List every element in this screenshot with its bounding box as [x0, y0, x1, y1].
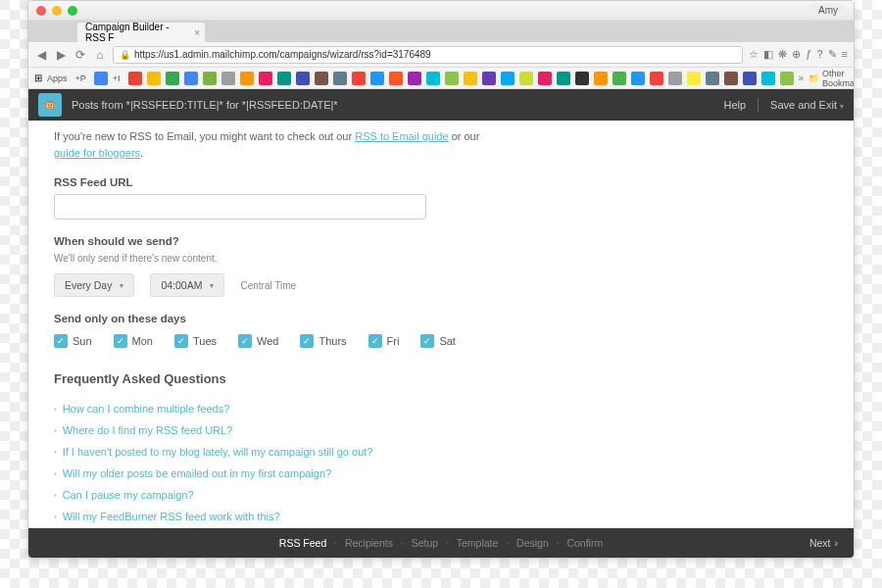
bookmark-icon[interactable]: [315, 72, 328, 85]
bookmark-icon[interactable]: [296, 72, 310, 85]
apps-label[interactable]: Apps: [47, 74, 68, 83]
extension-icon[interactable]: ◧: [763, 48, 773, 61]
mailchimp-logo[interactable]: 🐵: [38, 93, 62, 117]
save-exit-button[interactable]: Save and Exit ▾: [770, 99, 844, 111]
apps-icon[interactable]: ⊞: [34, 73, 42, 83]
bookmark-icon[interactable]: [780, 72, 794, 85]
bookmark-icon[interactable]: [259, 72, 272, 85]
bookmark-icon[interactable]: [501, 72, 514, 85]
other-bookmarks[interactable]: 📁 Other Bookmarks: [808, 69, 854, 88]
back-button[interactable]: ◀: [34, 48, 48, 62]
day-checkbox-thurs[interactable]: ✓Thurs: [300, 334, 346, 348]
tab-bar: Campaign Builder - RSS F ×: [28, 21, 854, 42]
faq-item[interactable]: ›If I haven't posted to my blog lately, …: [54, 441, 828, 463]
bookmark-icon[interactable]: [128, 72, 142, 85]
bookmark-icon[interactable]: [221, 72, 235, 85]
bookmark-icon[interactable]: [203, 72, 217, 85]
user-badge[interactable]: Amy: [810, 4, 846, 17]
reload-button[interactable]: ⟳: [74, 48, 87, 62]
bookmarks-overflow-icon[interactable]: »: [799, 73, 805, 83]
wizard-step-setup[interactable]: Setup: [412, 537, 438, 549]
bookmark-icon[interactable]: [408, 72, 421, 85]
bookmark-icon[interactable]: [277, 72, 291, 85]
campaign-title: Posts from *|RSSFEED:TITLE|* for *|RSSFE…: [72, 99, 338, 111]
next-button[interactable]: Next ›: [809, 537, 838, 549]
day-checkbox-fri[interactable]: ✓Fri: [368, 334, 400, 348]
bookmark-icon[interactable]: [724, 72, 738, 85]
bookmark-icon[interactable]: [706, 72, 719, 85]
extension-icon-2[interactable]: ⊕: [792, 48, 801, 61]
faq-item[interactable]: ›Will my FeedBurner RSS feed work with t…: [54, 506, 828, 527]
bookmark-icon[interactable]: [519, 72, 533, 85]
bookmark-icon[interactable]: [557, 72, 570, 85]
bookmark-icon[interactable]: [445, 72, 459, 85]
wizard-step-confirm[interactable]: Confirm: [566, 537, 603, 549]
checkbox-icon: ✓: [420, 334, 434, 348]
when-send-label: When should we send?: [54, 235, 828, 247]
day-checkbox-sat[interactable]: ✓Sat: [420, 334, 456, 348]
evernote-icon[interactable]: ❋: [778, 48, 787, 61]
bookmark-icon[interactable]: [687, 72, 701, 85]
bookmark-icon[interactable]: [761, 72, 775, 85]
browser-window: Amy Campaign Builder - RSS F × ◀ ▶ ⟳ ⌂ 🔒…: [27, 0, 855, 559]
rss-url-input[interactable]: [54, 194, 426, 220]
help-link[interactable]: Help: [723, 99, 746, 111]
faq-item[interactable]: ›How can I combine multiple feeds?: [54, 398, 828, 419]
maximize-window-button[interactable]: [68, 6, 77, 16]
wizard-step-rss-feed[interactable]: RSS Feed: [279, 537, 326, 549]
extension-icon-3[interactable]: ƒ: [806, 48, 811, 61]
bookmark-icon[interactable]: [352, 72, 366, 85]
day-checkbox-sun[interactable]: ✓Sun: [54, 334, 92, 348]
bookmark-icon[interactable]: [184, 72, 198, 85]
bookmark-icon[interactable]: [240, 72, 254, 85]
faq-item[interactable]: ›Where do I find my RSS feed URL?: [54, 419, 828, 441]
browser-tab[interactable]: Campaign Builder - RSS F ×: [77, 23, 205, 42]
star-icon[interactable]: ☆: [749, 48, 759, 61]
time-select[interactable]: 04:00AM ▾: [150, 273, 224, 297]
minimize-window-button[interactable]: [52, 6, 62, 16]
bookmark-icon[interactable]: [631, 72, 645, 85]
faq-item[interactable]: ›Will my older posts be emailed out in m…: [54, 463, 828, 484]
day-checkbox-mon[interactable]: ✓Mon: [114, 334, 153, 348]
day-label: Sun: [73, 335, 92, 347]
bookmark-icon[interactable]: [94, 72, 108, 85]
faq-list: ›How can I combine multiple feeds?›Where…: [54, 398, 828, 527]
wizard-step-template[interactable]: Template: [457, 537, 499, 549]
home-button[interactable]: ⌂: [93, 48, 107, 62]
forward-button[interactable]: ▶: [54, 48, 68, 62]
bookmark-item[interactable]: +I: [113, 74, 121, 83]
bookmark-icon[interactable]: [389, 72, 403, 85]
faq-item[interactable]: ›Can I pause my campaign?: [54, 484, 828, 506]
bookmark-icon[interactable]: [612, 72, 626, 85]
day-checkbox-wed[interactable]: ✓Wed: [238, 334, 278, 348]
wizard-step-recipients[interactable]: Recipients: [345, 537, 393, 549]
frequency-select[interactable]: Every Day ▾: [54, 273, 134, 297]
bookmark-icon[interactable]: [333, 72, 347, 85]
bookmark-icon[interactable]: [147, 72, 161, 85]
extension-icon-4[interactable]: ?: [816, 48, 822, 61]
bookmark-icon[interactable]: [743, 72, 757, 85]
url-field[interactable]: 🔒 https://us1.admin.mailchimp.com/campai…: [113, 46, 743, 64]
bookmark-icon[interactable]: [575, 72, 589, 85]
bookmark-icon[interactable]: [464, 72, 477, 85]
rss-guide-link[interactable]: RSS to Email guide: [355, 130, 448, 142]
bookmark-icon[interactable]: [538, 72, 552, 85]
bookmark-icon[interactable]: [650, 72, 663, 85]
extension-icon-5[interactable]: ✎: [828, 48, 837, 61]
close-tab-icon[interactable]: ×: [194, 27, 200, 38]
close-window-button[interactable]: [36, 6, 46, 16]
bookmark-item[interactable]: +P: [75, 74, 86, 83]
bookmark-icon[interactable]: [426, 72, 440, 85]
day-checkbox-tues[interactable]: ✓Tues: [174, 334, 217, 348]
bookmark-icon[interactable]: [668, 72, 682, 85]
checkbox-icon: ✓: [114, 334, 127, 348]
bookmark-icon[interactable]: [594, 72, 608, 85]
day-label: Sat: [439, 335, 456, 347]
faq-heading: Frequently Asked Questions: [54, 371, 828, 386]
bookmark-icon[interactable]: [166, 72, 179, 85]
bloggers-guide-link[interactable]: guide for bloggers: [54, 147, 140, 159]
bookmark-icon[interactable]: [482, 72, 496, 85]
wizard-step-design[interactable]: Design: [516, 537, 549, 549]
bookmark-icon[interactable]: [370, 72, 384, 85]
menu-icon[interactable]: ≡: [842, 48, 848, 61]
